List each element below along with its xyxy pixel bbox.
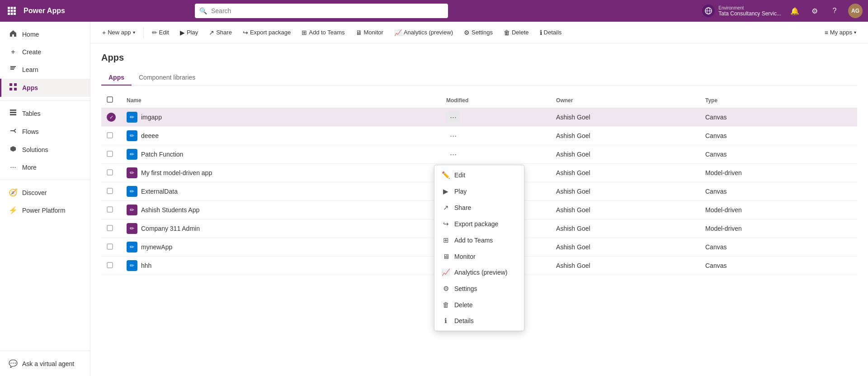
create-icon: + xyxy=(9,48,18,56)
context-menu-item-analytics[interactable]: 📈Analytics (preview) xyxy=(434,264,524,281)
row-name-cell: ✏hhh xyxy=(121,257,441,275)
add-to-teams-button[interactable]: ⊞ Add to Teams xyxy=(297,26,349,39)
waffle-menu-button[interactable] xyxy=(5,5,18,17)
context-menu-item-export_package[interactable]: ↪Export package xyxy=(434,216,524,232)
avatar[interactable]: AG xyxy=(848,4,863,18)
page-title: Apps xyxy=(101,52,857,63)
sidebar-item-learn[interactable]: Learn xyxy=(0,61,90,79)
new-app-chevron: ▾ xyxy=(133,30,135,35)
row-type-cell: Canvas xyxy=(700,238,857,257)
row-modified-cell: ··· xyxy=(441,127,551,145)
svg-rect-17 xyxy=(9,88,12,90)
context-menu-item-delete[interactable]: 🗑Delete xyxy=(434,297,524,313)
row-owner-cell: Ashish Goel xyxy=(551,145,700,164)
context-menu-label-monitor: Monitor xyxy=(454,253,476,260)
app-name: mynewApp xyxy=(141,243,172,251)
svg-rect-30 xyxy=(107,244,113,249)
content-area: Apps Apps Component libraries Name Modif… xyxy=(90,43,868,376)
context-menu: ✏️Edit▶Play↗Share↪Export package⊞Add to … xyxy=(434,165,524,331)
search-input[interactable] xyxy=(195,4,448,18)
play-button[interactable]: ▶ Play xyxy=(175,26,203,39)
app-name: Company 311 Admin xyxy=(141,225,200,232)
settings-cmd-button[interactable]: ⚙ Settings xyxy=(459,26,497,39)
context-menu-item-share[interactable]: ↗Share xyxy=(434,200,524,216)
sidebar-item-more[interactable]: ··· More xyxy=(0,159,90,176)
context-menu-item-settings[interactable]: ⚙Settings xyxy=(434,281,524,297)
analytics-button[interactable]: 📈 Analytics (preview) xyxy=(390,26,458,39)
svg-rect-6 xyxy=(8,13,10,15)
svg-rect-15 xyxy=(9,83,12,86)
monitor-button[interactable]: 🖥 Monitor xyxy=(351,26,388,39)
context-menu-icon-share: ↗ xyxy=(442,204,450,212)
context-menu-item-details[interactable]: ℹDetails xyxy=(434,313,524,329)
search-icon: 🔍 xyxy=(199,7,207,14)
row-name-cell: ✏Company 311 Admin xyxy=(121,219,441,238)
solutions-icon xyxy=(9,145,18,154)
context-menu-item-add_to_teams[interactable]: ⊞Add to Teams xyxy=(434,232,524,248)
flows-icon xyxy=(9,127,18,136)
table-row[interactable]: ✏Patch Function···Ashish GoelCanvas xyxy=(101,145,857,164)
sidebar-item-powerplatform[interactable]: ⚡ Power Platform xyxy=(0,201,90,219)
context-menu-label-delete: Delete xyxy=(454,301,472,309)
sidebar-item-solutions[interactable]: Solutions xyxy=(0,141,90,159)
share-button[interactable]: ↗ Share xyxy=(204,26,236,39)
sidebar-item-apps[interactable]: Apps xyxy=(0,79,90,97)
row-name-cell: ✏imgapp xyxy=(121,108,441,127)
sidebar-item-discover[interactable]: 🧭 Discover xyxy=(0,184,90,201)
sidebar-item-virtual-agent[interactable]: 💬 Ask a virtual agent xyxy=(0,355,90,372)
sidebar-bottom: 💬 Ask a virtual agent xyxy=(0,347,90,372)
context-menu-icon-delete: 🗑 xyxy=(442,301,450,309)
svg-rect-27 xyxy=(107,188,113,194)
sidebar-item-tables[interactable]: Tables xyxy=(0,105,90,123)
row-modified-cell: ··· xyxy=(441,145,551,164)
more-button-cell[interactable]: ··· xyxy=(446,130,460,141)
app-icon: ✏ xyxy=(127,167,137,178)
svg-rect-20 xyxy=(10,112,16,113)
app-icon: ✏ xyxy=(127,242,137,252)
row-selected-indicator: ✓ xyxy=(107,113,116,122)
row-name-cell: ✏mynewApp xyxy=(121,238,441,257)
context-menu-item-edit[interactable]: ✏️Edit xyxy=(434,167,524,183)
delete-button[interactable]: 🗑 Delete xyxy=(499,26,533,39)
environment-selector[interactable]: Environment Tata Consultancy Servic... xyxy=(702,5,781,17)
context-menu-item-play[interactable]: ▶Play xyxy=(434,183,524,200)
col-owner: Owner xyxy=(551,93,700,108)
sidebar-item-home[interactable]: Home xyxy=(0,25,90,43)
settings-button[interactable]: ⚙ xyxy=(808,5,821,17)
my-apps-icon: ≡ xyxy=(825,29,828,36)
environment-name: Tata Consultancy Servic... xyxy=(718,10,781,17)
svg-rect-14 xyxy=(10,69,14,70)
tab-apps[interactable]: Apps xyxy=(101,70,132,86)
sidebar-item-create[interactable]: + Create xyxy=(0,43,90,61)
app-icon: ✏ xyxy=(127,149,137,160)
svg-rect-18 xyxy=(14,88,17,90)
col-modified: Modified xyxy=(441,93,551,108)
context-menu-label-export_package: Export package xyxy=(454,220,498,228)
notifications-button[interactable]: 🔔 xyxy=(788,5,801,17)
my-apps-button[interactable]: ≡ My apps ▾ xyxy=(820,26,861,39)
col-check xyxy=(101,93,121,108)
tables-icon xyxy=(9,109,18,118)
context-menu-icon-export_package: ↪ xyxy=(442,220,450,228)
context-menu-item-monitor[interactable]: 🖥Monitor xyxy=(434,248,524,264)
context-menu-label-analytics: Analytics (preview) xyxy=(454,269,507,276)
more-button-cell[interactable]: ··· xyxy=(446,149,460,160)
app-icon: ✏ xyxy=(127,223,137,234)
context-menu-icon-details: ℹ xyxy=(442,317,450,325)
edit-button[interactable]: ✏ Edit xyxy=(147,26,174,39)
row-type-cell: Canvas xyxy=(700,108,857,127)
table-row[interactable]: ✏deeee···Ashish GoelCanvas xyxy=(101,127,857,145)
tab-component-libraries[interactable]: Component libraries xyxy=(132,70,203,86)
context-menu-label-edit: Edit xyxy=(454,171,465,179)
export-package-button[interactable]: ↪ Export package xyxy=(238,26,295,39)
new-app-button[interactable]: + New app ▾ xyxy=(98,26,140,39)
delete-label: Delete xyxy=(512,29,529,36)
add-to-teams-label: Add to Teams xyxy=(309,29,344,36)
sidebar-item-flows[interactable]: Flows xyxy=(0,123,90,141)
help-button[interactable]: ? xyxy=(828,5,841,17)
app-name: deeee xyxy=(141,132,159,139)
row-check-cell xyxy=(101,257,121,275)
more-button-cell[interactable]: ··· xyxy=(446,112,460,123)
table-row[interactable]: ✓✏imgapp···Ashish GoelCanvas xyxy=(101,108,857,127)
details-button[interactable]: ℹ Details xyxy=(535,26,566,39)
